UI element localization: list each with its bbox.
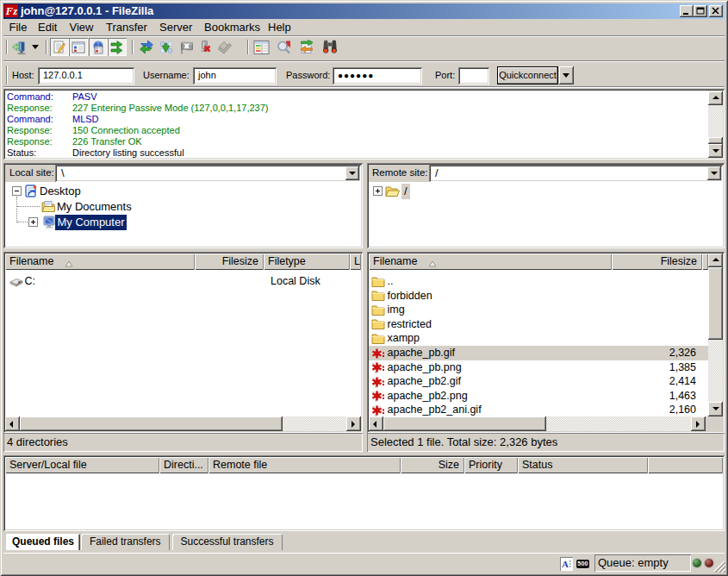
svg-text:A: A (562, 559, 569, 569)
svg-text:Fz: Fz (5, 4, 19, 17)
